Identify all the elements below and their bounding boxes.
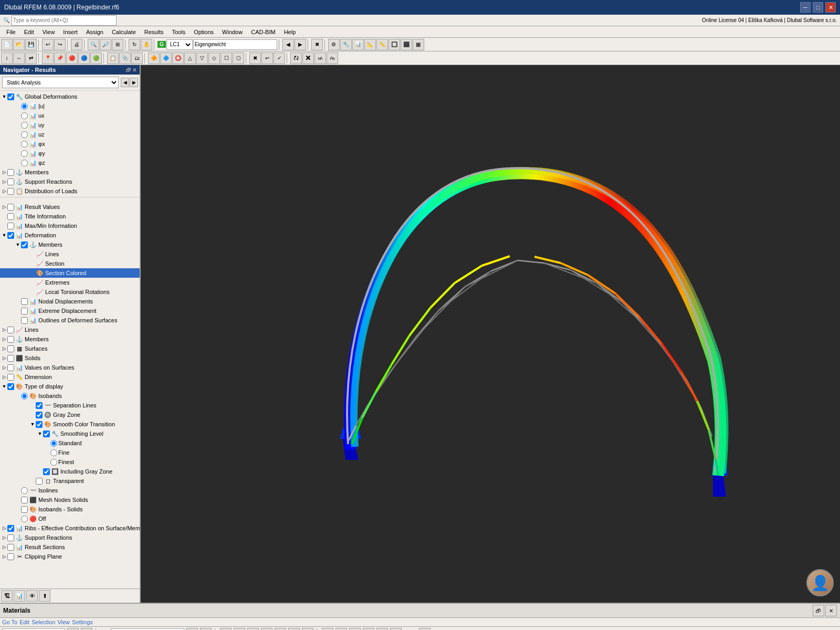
tb2-18[interactable]: ☐ — [220, 52, 232, 64]
tb2-xyz4[interactable]: 🗛 — [327, 52, 338, 64]
tb2-5[interactable]: 📌 — [54, 52, 66, 64]
zoom-in-btn[interactable]: 🔍 — [88, 39, 99, 50]
tree-item-smoothing-level[interactable]: ▼ 🔧 Smoothing Level — [0, 429, 140, 438]
tree-item-deformation[interactable]: ▼ 📊 Deformation — [0, 230, 140, 240]
bo-prev-btn[interactable]: ◀ — [186, 628, 198, 630]
mat-next-btn[interactable]: ▶ — [81, 628, 92, 630]
nav-bottom-load[interactable]: ⬆ — [39, 590, 50, 602]
tree-radio-standard[interactable] — [50, 440, 57, 447]
tree-item-def-lines[interactable]: 📈 Lines — [0, 249, 140, 259]
tree-item-isobands[interactable]: 🎨 Isobands — [0, 391, 140, 401]
panel-restore-btn[interactable]: 🗗 — [813, 605, 824, 616]
tree-item-finest[interactable]: Finest — [0, 457, 140, 467]
menu-cad-bim[interactable]: CAD-BIM — [247, 28, 279, 36]
search-input[interactable] — [12, 15, 117, 26]
tree-radio-uz[interactable] — [21, 131, 28, 138]
tree-check-sep[interactable] — [36, 402, 43, 409]
menu-results[interactable]: Results — [140, 28, 168, 36]
tree-check-members[interactable] — [7, 169, 14, 176]
tb2-11[interactable]: 🗂 — [131, 52, 143, 64]
tree-check-global-def[interactable] — [7, 93, 14, 100]
menu-insert[interactable]: Insert — [59, 28, 82, 36]
tree-item-local-torsional[interactable]: 📈 Local Torsional Rotations — [0, 287, 140, 297]
menu-help[interactable]: Help — [280, 28, 300, 36]
tree-item-standard[interactable]: Standard — [0, 438, 140, 448]
solids-expand[interactable]: ▷ — [1, 355, 7, 361]
tree-item-nodal-disp[interactable]: 📊 Nodal Displacements — [0, 297, 140, 306]
mat-export-btn[interactable]: 📤 — [363, 628, 374, 630]
tree-item-gray-zone[interactable]: 🔘 Gray Zone — [0, 410, 140, 419]
tree-radio-u[interactable] — [21, 103, 28, 110]
tree-item-members2[interactable]: ▷ ⚓ Members — [0, 334, 140, 344]
tree-check-is[interactable] — [21, 506, 28, 513]
tree-radio-fine[interactable] — [50, 449, 57, 456]
tb2-xyz3[interactable]: 🗚 — [314, 52, 326, 64]
tree-radio-uy[interactable] — [21, 122, 28, 129]
tb2-1[interactable]: ↕ — [1, 52, 13, 64]
tree-check-lines[interactable] — [7, 327, 14, 333]
tb2-6[interactable]: 🔴 — [66, 52, 78, 64]
tree-item-surfaces[interactable]: ▷ ▦ Surfaces — [0, 344, 140, 353]
lines-expand[interactable]: ▷ — [1, 327, 7, 333]
maximize-button[interactable]: □ — [813, 2, 823, 13]
tb2-2[interactable]: ↔ — [13, 52, 25, 64]
tb2-14[interactable]: ⭕ — [172, 52, 184, 64]
tree-item-section-colored[interactable]: 🎨 Section Colored — [0, 268, 140, 278]
surfaces-expand[interactable]: ▷ — [1, 345, 7, 352]
tree-check-deformation[interactable] — [7, 232, 14, 239]
mat-refresh-btn[interactable]: 🔄 — [220, 628, 232, 630]
td-expand[interactable]: ▼ — [1, 383, 7, 390]
tree-check-mns[interactable] — [21, 497, 28, 503]
tree-check-smooth[interactable] — [36, 421, 43, 428]
mat-formula-btn[interactable]: fx — [322, 628, 333, 630]
def-members-expand[interactable]: ▼ — [15, 242, 21, 248]
nav-bottom-1[interactable]: 🏗 — [1, 590, 13, 602]
tb2-xyz2[interactable]: 🗙 — [302, 52, 314, 64]
panel-close-btn[interactable]: ✕ — [825, 605, 837, 616]
prev-lc-btn[interactable]: ◀ — [282, 39, 294, 50]
lc-selector[interactable]: LC1 — [166, 39, 193, 50]
tree-check-surfaces[interactable] — [7, 345, 14, 352]
tree-item-extremes[interactable]: 📈 Extremes — [0, 278, 140, 287]
nav-prev-btn[interactable]: ◀ — [121, 78, 129, 87]
dist-expand-icon[interactable]: ▷ — [1, 188, 7, 194]
tree-item-transparent[interactable]: ◻ Transparent — [0, 476, 140, 486]
tb-extra-1[interactable]: ⚙ — [328, 39, 340, 50]
tree-check-sl[interactable] — [43, 430, 50, 437]
tree-item-members[interactable]: ▷ ⚓ Members — [0, 167, 140, 177]
mat-down-btn[interactable]: ⬇ — [302, 628, 313, 630]
tree-item-result-sections[interactable]: ▷ 📊 Result Sections — [0, 542, 140, 552]
tb2-7[interactable]: 🔵 — [78, 52, 90, 64]
mat-formula2-btn[interactable]: fx — [335, 628, 347, 630]
mat-paste-btn[interactable]: 📌 — [275, 628, 286, 630]
tree-item-lines[interactable]: ▷ 📈 Lines — [0, 325, 140, 334]
tree-item-smooth-color[interactable]: ▼ 🎨 Smooth Color Transition — [0, 419, 140, 429]
tree-item-ribs[interactable]: ▷ 📊 Ribs - Effective Contribution on Sur… — [0, 523, 140, 533]
tb-extra-4[interactable]: 📐 — [364, 39, 376, 50]
tree-item-clipping-plane[interactable]: ▷ ✂ Clipping Plane — [0, 552, 140, 561]
rotate-btn[interactable]: ↻ — [129, 39, 140, 50]
menu-tools[interactable]: Tools — [167, 28, 190, 36]
tree-item-support-reactions[interactable]: ▷ ⚓ Support Reactions — [0, 177, 140, 186]
tree-item-mesh-nodes-solids[interactable]: ⬛ Mesh Nodes Solids — [0, 495, 140, 505]
bo-next-btn[interactable]: ▶ — [200, 628, 212, 630]
tree-item-maxmin[interactable]: 📊 Max/Min Information — [0, 221, 140, 230]
tb-extra-2[interactable]: 🔧 — [340, 39, 352, 50]
tb-extra-6[interactable]: 🔲 — [388, 39, 400, 50]
rv-expand[interactable]: ▷ — [1, 204, 7, 210]
tree-radio-phiz[interactable] — [21, 160, 28, 166]
selection-link[interactable]: Selection — [32, 619, 55, 625]
save-btn[interactable]: 💾 — [25, 39, 37, 50]
new-btn[interactable]: 📄 — [1, 39, 13, 50]
tb2-12[interactable]: 🔶 — [148, 52, 160, 64]
tree-check-rs[interactable] — [7, 544, 14, 551]
mat-formula3-btn[interactable]: fx — [349, 628, 361, 630]
tree-item-uz[interactable]: ▷ 📊 uz — [0, 130, 140, 139]
tree-check-rv[interactable] — [7, 204, 14, 211]
tb2-8[interactable]: 🟢 — [90, 52, 102, 64]
nav-bottom-2[interactable]: 📊 — [14, 590, 25, 602]
tb-extra-7[interactable]: ⬛ — [401, 39, 412, 50]
tree-check-members2[interactable] — [7, 336, 14, 343]
tree-item-outlines[interactable]: 📊 Outlines of Deformed Surfaces — [0, 316, 140, 325]
tree-item-support-reactions2[interactable]: ▷ ⚓ Support Reactions — [0, 533, 140, 542]
